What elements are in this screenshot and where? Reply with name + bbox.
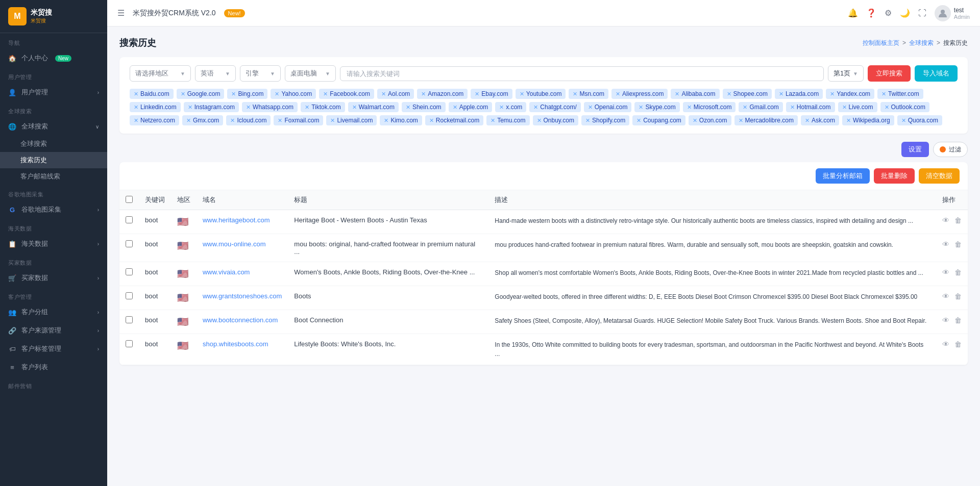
search-button[interactable]: 立即搜索	[868, 65, 911, 82]
sidebar-item-buyer[interactable]: 🛒 买家数据 ›	[0, 269, 107, 287]
tag-remove-icon[interactable]: ✕	[475, 91, 479, 97]
tag-remove-icon[interactable]: ✕	[573, 91, 577, 97]
help-icon[interactable]: ❓	[866, 8, 876, 18]
tag-item[interactable]: ✕Lazada.com	[775, 89, 823, 99]
filter-button[interactable]: 过滤	[933, 142, 968, 157]
view-icon-3[interactable]: 👁	[942, 292, 949, 300]
tag-remove-icon[interactable]: ✕	[406, 104, 410, 111]
tag-remove-icon[interactable]: ✕	[134, 117, 138, 124]
settings-button[interactable]: 设置	[901, 142, 929, 157]
tag-remove-icon[interactable]: ✕	[453, 104, 457, 111]
tag-remove-icon[interactable]: ✕	[330, 117, 335, 124]
delete-icon-2[interactable]: 🗑	[954, 268, 962, 276]
tag-item[interactable]: ✕Shein.com	[402, 102, 446, 112]
tag-item[interactable]: ✕Ozon.com	[689, 115, 731, 125]
sidebar-item-customer-list[interactable]: ≡ 客户列表	[0, 358, 107, 376]
tag-remove-icon[interactable]: ✕	[675, 91, 679, 97]
tag-remove-icon[interactable]: ✕	[186, 117, 191, 124]
tag-item[interactable]: ✕Twitter.com	[877, 89, 923, 99]
tag-remove-icon[interactable]: ✕	[230, 117, 235, 124]
tag-remove-icon[interactable]: ✕	[352, 104, 357, 111]
tag-item[interactable]: ✕Gmx.com	[182, 115, 223, 125]
tag-remove-icon[interactable]: ✕	[323, 91, 328, 97]
tag-remove-icon[interactable]: ✕	[739, 117, 743, 124]
tag-item[interactable]: ✕Ask.com	[801, 115, 839, 125]
region-select[interactable]: 请选择地区 ▼	[130, 65, 191, 82]
tag-item[interactable]: ✕Temu.com	[486, 115, 529, 125]
sidebar-item-customer-source[interactable]: 🔗 客户来源管理 ›	[0, 321, 107, 340]
tag-item[interactable]: ✕Tiktok.com	[301, 102, 345, 112]
sidebar-sub-search-history[interactable]: 搜索历史	[0, 152, 107, 168]
engine-select[interactable]: 引擎 ▼	[240, 65, 281, 82]
tag-remove-icon[interactable]: ✕	[743, 104, 747, 111]
tag-remove-icon[interactable]: ✕	[134, 91, 138, 97]
tag-remove-icon[interactable]: ✕	[305, 104, 309, 111]
tag-remove-icon[interactable]: ✕	[585, 117, 590, 124]
tag-item[interactable]: ✕Livemail.com	[326, 115, 377, 125]
tag-remove-icon[interactable]: ✕	[885, 104, 889, 111]
tag-remove-icon[interactable]: ✕	[830, 91, 835, 97]
tag-item[interactable]: ✕Chatgpt.com/	[529, 102, 580, 112]
tag-item[interactable]: ✕Kimo.com	[380, 115, 422, 125]
tag-item[interactable]: ✕Coupang.com	[632, 115, 685, 125]
domain-link-4[interactable]: www.bootconnection.com	[203, 316, 278, 324]
tag-item[interactable]: ✕Aliexpress.com	[611, 89, 668, 99]
domain-link-0[interactable]: www.heritageboot.com	[203, 216, 270, 224]
view-icon-5[interactable]: 👁	[942, 340, 949, 348]
tag-remove-icon[interactable]: ✕	[181, 91, 185, 97]
sidebar-item-personal[interactable]: 🏠 个人中心 New	[0, 49, 107, 67]
moon-icon[interactable]: 🌙	[900, 8, 910, 18]
tag-item[interactable]: ✕Microsoft.com	[683, 102, 736, 112]
tag-remove-icon[interactable]: ✕	[779, 91, 783, 97]
row-checkbox-1[interactable]	[126, 240, 133, 247]
sidebar-item-global-search[interactable]: 🌐 全球搜索 ∨	[0, 117, 107, 136]
tag-item[interactable]: ✕Onbuy.com	[533, 115, 578, 125]
batch-delete-button[interactable]: 批量删除	[874, 168, 915, 184]
domain-link-1[interactable]: www.mou-online.com	[203, 240, 266, 248]
tag-item[interactable]: ✕Rocketmail.com	[425, 115, 483, 125]
tag-remove-icon[interactable]: ✕	[790, 104, 795, 111]
view-icon-4[interactable]: 👁	[942, 316, 949, 324]
view-icon-0[interactable]: 👁	[942, 216, 949, 224]
tag-remove-icon[interactable]: ✕	[231, 91, 236, 97]
import-button[interactable]: 导入域名	[915, 65, 958, 82]
tag-remove-icon[interactable]: ✕	[520, 91, 524, 97]
tag-item[interactable]: ✕Whatsapp.com	[242, 102, 298, 112]
row-checkbox-5[interactable]	[126, 340, 133, 347]
tag-item[interactable]: ✕Instagram.com	[184, 102, 239, 112]
fullscreen-icon[interactable]: ⛶	[918, 9, 926, 18]
tag-remove-icon[interactable]: ✕	[588, 104, 593, 111]
tag-remove-icon[interactable]: ✕	[278, 117, 282, 124]
domain-link-5[interactable]: shop.whitesboots.com	[203, 340, 268, 348]
tag-item[interactable]: ✕Outlook.com	[880, 102, 929, 112]
delete-icon-5[interactable]: 🗑	[954, 340, 962, 348]
tag-item[interactable]: ✕Live.com	[838, 102, 877, 112]
tag-item[interactable]: ✕Facebook.com	[319, 89, 374, 99]
tag-item[interactable]: ✕Icloud.com	[226, 115, 271, 125]
user-avatar-wrap[interactable]: test Admin	[935, 5, 970, 21]
language-select[interactable]: 英语 ▼	[195, 65, 236, 82]
notification-icon[interactable]: 🔔	[848, 8, 858, 18]
batch-analyze-button[interactable]: 批量分析邮箱	[816, 168, 870, 184]
select-all-checkbox[interactable]	[126, 196, 133, 203]
tag-remove-icon[interactable]: ✕	[693, 117, 697, 124]
tag-item[interactable]: ✕Baidu.com	[130, 89, 174, 99]
row-checkbox-0[interactable]	[126, 216, 133, 223]
tag-remove-icon[interactable]: ✕	[491, 117, 495, 124]
tag-item[interactable]: ✕Gmail.com	[739, 102, 782, 112]
clear-data-button[interactable]: 清空数据	[919, 168, 960, 184]
tag-remove-icon[interactable]: ✕	[687, 104, 692, 111]
breadcrumb-parent[interactable]: 全球搜索	[909, 39, 934, 47]
tag-remove-icon[interactable]: ✕	[636, 117, 641, 124]
tag-item[interactable]: ✕Openai.com	[584, 102, 632, 112]
tag-item[interactable]: ✕Shopify.com	[581, 115, 629, 125]
breadcrumb-home[interactable]: 控制面板主页	[863, 39, 899, 47]
row-checkbox-2[interactable]	[126, 268, 133, 275]
tag-item[interactable]: ✕Foxmail.com	[274, 115, 323, 125]
row-checkbox-3[interactable]	[126, 292, 133, 299]
sidebar-item-user-mgmt[interactable]: 👤 用户管理 ›	[0, 83, 107, 101]
tag-item[interactable]: ✕Walmart.com	[348, 102, 399, 112]
sidebar-item-customer-group[interactable]: 👥 客户分组 ›	[0, 303, 107, 321]
tag-remove-icon[interactable]: ✕	[188, 104, 192, 111]
tag-remove-icon[interactable]: ✕	[881, 91, 886, 97]
